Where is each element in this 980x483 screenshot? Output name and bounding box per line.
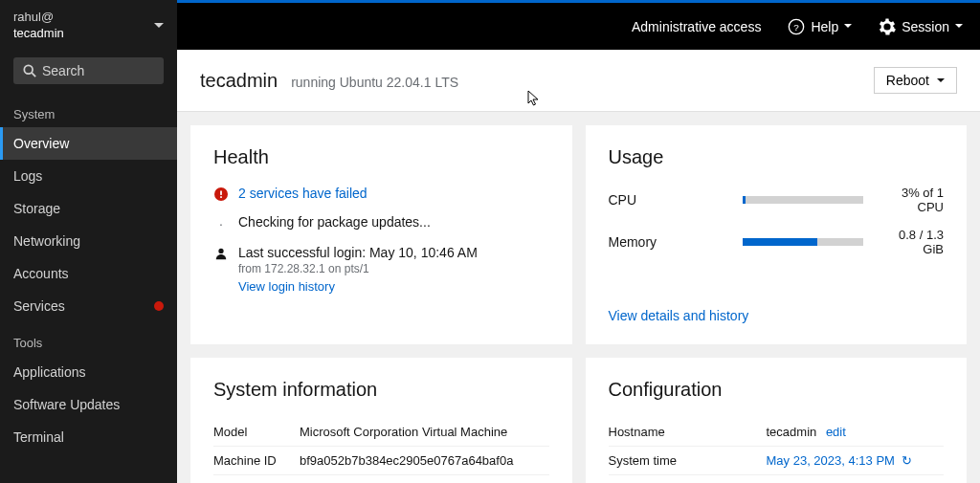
login-history-link[interactable]: View login history (238, 279, 335, 294)
chevron-down-icon (955, 24, 963, 29)
sidebar-item-applications[interactable]: Applications (0, 356, 177, 388)
cpu-value: 3% of 1 CPU (877, 186, 944, 214)
svg-point-0 (24, 65, 33, 74)
systime-link[interactable]: May 23, 2023, 4:13 PM (767, 453, 895, 468)
alert-badge (154, 301, 164, 311)
nav-group-label: Tools (0, 322, 177, 356)
hostname-label: Hostname (609, 425, 767, 439)
search-icon (23, 64, 36, 77)
last-login-text: Last successful login: May 10, 10:46 AM (238, 245, 478, 260)
nav-group-label: System (0, 94, 177, 127)
svg-rect-5 (220, 191, 222, 195)
sync-icon: ↻ (902, 453, 912, 468)
sidebar-user-menu[interactable]: rahul@ tecadmin (0, 0, 177, 48)
sidebar: rahul@ tecadmin Search SystemOverviewLog… (0, 0, 177, 483)
topbar: Administrative access ? Help Session (177, 0, 980, 50)
package-update-status: Checking for package updates... (238, 214, 431, 230)
usage-title: Usage (609, 146, 945, 168)
sidebar-user-host: tecadmin (13, 26, 64, 42)
page-title: tecadmin (200, 70, 278, 92)
cpu-bar (743, 196, 864, 204)
last-login-from: from 172.28.32.1 on pts/1 (238, 262, 478, 275)
help-menu[interactable]: ? Help (788, 18, 852, 35)
sidebar-item-software-updates[interactable]: Software Updates (0, 388, 177, 421)
sidebar-item-logs[interactable]: Logs (0, 160, 177, 192)
user-icon (214, 247, 228, 260)
bullet-icon: · (219, 216, 223, 231)
sysinfo-row: ModelMicrosoft Corporation Virtual Machi… (213, 418, 549, 446)
health-card: Health 2 services have failed · Checking… (190, 125, 572, 344)
sidebar-user-line1: rahul@ (13, 10, 64, 26)
sidebar-item-accounts[interactable]: Accounts (0, 257, 177, 290)
systime-label: System time (609, 453, 767, 468)
session-menu[interactable]: Session (879, 18, 963, 35)
config-card: Configuration Hostname tecadmin edit Sys… (586, 358, 968, 483)
memory-bar (743, 238, 864, 246)
sidebar-item-storage[interactable]: Storage (0, 192, 177, 225)
hostname-edit-link[interactable]: edit (826, 425, 846, 439)
subheader: tecadmin running Ubuntu 22.04.1 LTS Rebo… (177, 50, 980, 112)
svg-rect-6 (220, 196, 222, 198)
svg-point-7 (218, 249, 223, 253)
os-string: running Ubuntu 22.04.1 LTS (291, 75, 458, 90)
sidebar-item-networking[interactable]: Networking (0, 225, 177, 257)
sysinfo-row: Machine IDbf9a052b7b384ec2905e0767a64baf… (213, 446, 549, 474)
svg-text:?: ? (794, 21, 800, 32)
usage-card: Usage CPU 3% of 1 CPU Memory 0.8 / 1.3 G… (586, 125, 968, 344)
sidebar-item-services[interactable]: Services (0, 290, 177, 322)
config-title: Configuration (609, 379, 945, 401)
sysinfo-card: System information ModelMicrosoft Corpor… (190, 358, 572, 483)
health-title: Health (213, 146, 549, 168)
reboot-button[interactable]: Reboot (874, 67, 957, 94)
chevron-down-icon (937, 78, 945, 83)
help-icon: ? (788, 18, 805, 35)
sidebar-search-label: Search (42, 63, 84, 78)
failed-services-link[interactable]: 2 services have failed (238, 186, 368, 201)
cpu-label: CPU (609, 192, 743, 208)
sidebar-item-terminal[interactable]: Terminal (0, 421, 177, 453)
chevron-down-icon (154, 23, 164, 29)
svg-line-1 (32, 73, 35, 77)
sysinfo-title: System information (213, 379, 549, 401)
memory-value: 0.8 / 1.3 GiB (877, 228, 944, 256)
sidebar-search[interactable]: Search (13, 57, 164, 84)
memory-label: Memory (609, 234, 743, 250)
hostname-value: tecadmin (767, 425, 817, 439)
sidebar-item-overview[interactable]: Overview (0, 127, 177, 160)
error-icon (214, 187, 228, 201)
gear-icon (879, 18, 896, 35)
usage-details-link[interactable]: View details and history (609, 308, 749, 323)
chevron-down-icon (844, 24, 852, 29)
admin-access-toggle[interactable]: Administrative access (632, 19, 761, 34)
sysinfo-row: Uptime7 minutes (213, 474, 549, 483)
